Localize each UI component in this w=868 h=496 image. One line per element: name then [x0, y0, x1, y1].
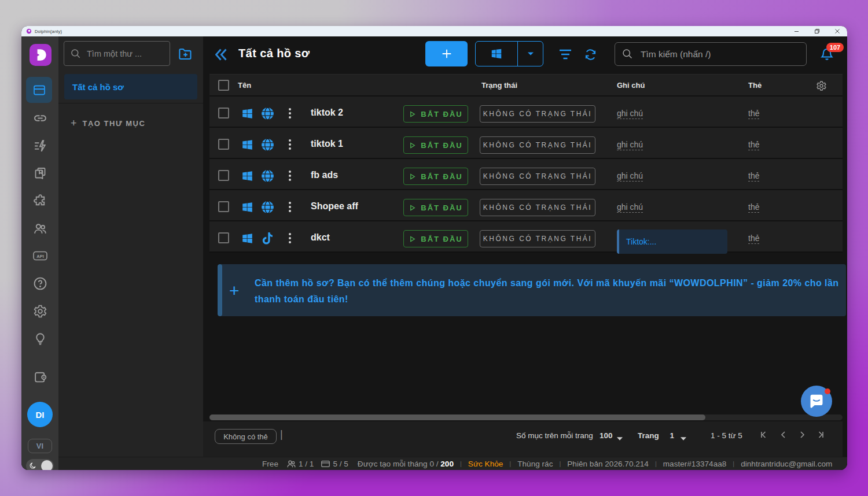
svg-text:API: API [36, 254, 44, 259]
